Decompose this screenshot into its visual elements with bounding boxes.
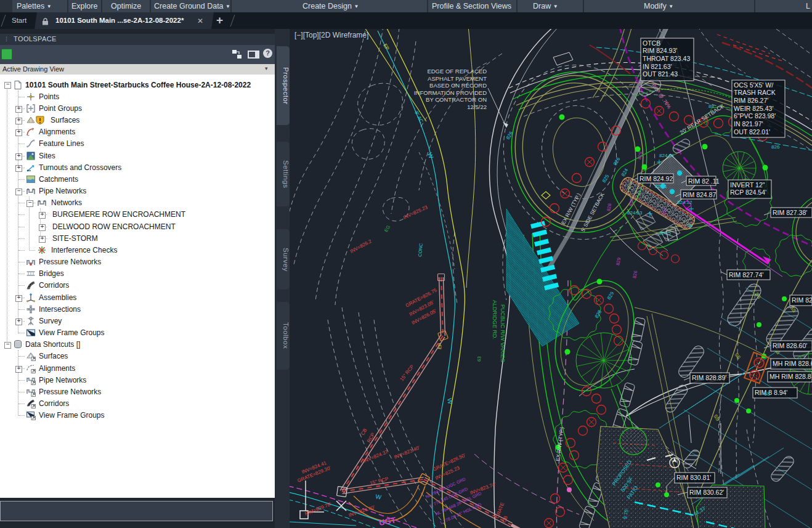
svg-text:THROAT 823.43: THROAT 823.43 <box>643 55 690 62</box>
svg-text:88: 88 <box>708 104 714 109</box>
svg-text:INFORMATION PROVIDED: INFORMATION PROVIDED <box>414 89 487 96</box>
svg-text:OTCB: OTCB <box>643 39 660 47</box>
svg-text:OCS 5'X5' W/: OCS 5'X5' W/ <box>734 81 773 89</box>
svg-text:EDGE OF REPLACED: EDGE OF REPLACED <box>427 68 487 75</box>
svg-text:68: 68 <box>764 391 770 397</box>
svg-text:RIM 828.89': RIM 828.89' <box>692 374 726 381</box>
svg-text:824.1: 824.1 <box>655 184 668 189</box>
svg-text:RIM 830.81': RIM 830.81' <box>676 474 711 481</box>
svg-text:OUT 821.43: OUT 821.43 <box>643 70 678 78</box>
svg-text:RIM 827.38': RIM 827.38' <box>773 209 807 216</box>
svg-text:BY CONTRACTOR ON: BY CONTRACTOR ON <box>426 96 487 103</box>
svg-text:RCP 824.54': RCP 824.54' <box>730 189 766 196</box>
svg-text:RIM 82 .11: RIM 82 .11 <box>688 177 720 185</box>
svg-text:RIM 824.93': RIM 824.93' <box>643 47 677 54</box>
svg-text:TRASH RACK: TRASH RACK <box>734 89 776 96</box>
svg-text:RIM 827.74': RIM 827.74' <box>729 271 763 278</box>
svg-text:RIM 824.92: RIM 824.92 <box>639 175 673 182</box>
svg-text:EP: EP <box>437 343 443 349</box>
svg-text:[−][Top][2D Wireframe]: [−][Top][2D Wireframe] <box>294 31 368 39</box>
svg-text:MH RIM 828.8: MH RIM 828.8 <box>769 373 811 380</box>
svg-text:824.63: 824.63 <box>627 210 643 216</box>
svg-text:63: 63 <box>476 356 482 362</box>
svg-text:824 5: 824 5 <box>659 230 672 236</box>
svg-text:PUCBLIC R/W VARIES: PUCBLIC R/W VARIES <box>500 304 506 362</box>
svg-text:RIM 82: RIM 82 <box>792 296 812 304</box>
svg-text:ASPHALT PAVEMENT: ASPHALT PAVEMENT <box>428 75 487 82</box>
svg-text:IN 821.97': IN 821.97' <box>734 120 763 128</box>
svg-text:RIM 828.60': RIM 828.60' <box>773 342 807 349</box>
svg-text:IN 821.63': IN 821.63' <box>643 63 672 70</box>
svg-text:824.51: 824.51 <box>659 153 675 158</box>
svg-text:BASED ON RECORD: BASED ON RECORD <box>429 82 487 89</box>
svg-text:WEIR 825.43': WEIR 825.43' <box>734 105 773 112</box>
svg-text:RIM 830.62': RIM 830.62' <box>689 489 724 496</box>
svg-text:OUT 822.01': OUT 822.01' <box>734 128 770 136</box>
svg-text:RIM 826.27': RIM 826.27' <box>734 97 768 104</box>
svg-text:ALDRIDGE RD.: ALDRIDGE RD. <box>492 300 498 339</box>
svg-text:RIM 8 8.94': RIM 8 8.94' <box>755 389 787 396</box>
svg-text:12/5/22: 12/5/22 <box>467 104 487 110</box>
svg-text:INVERT 12": INVERT 12" <box>730 181 765 189</box>
svg-text:826: 826 <box>771 144 780 150</box>
svg-text:6"PVC 823.98': 6"PVC 823.98' <box>734 112 776 120</box>
svg-text:MH RIM 828.6: MH RIM 828.6 <box>773 360 812 367</box>
svg-text:RIM 824.87: RIM 824.87 <box>683 191 716 198</box>
svg-text:824.12: 824.12 <box>677 200 692 205</box>
